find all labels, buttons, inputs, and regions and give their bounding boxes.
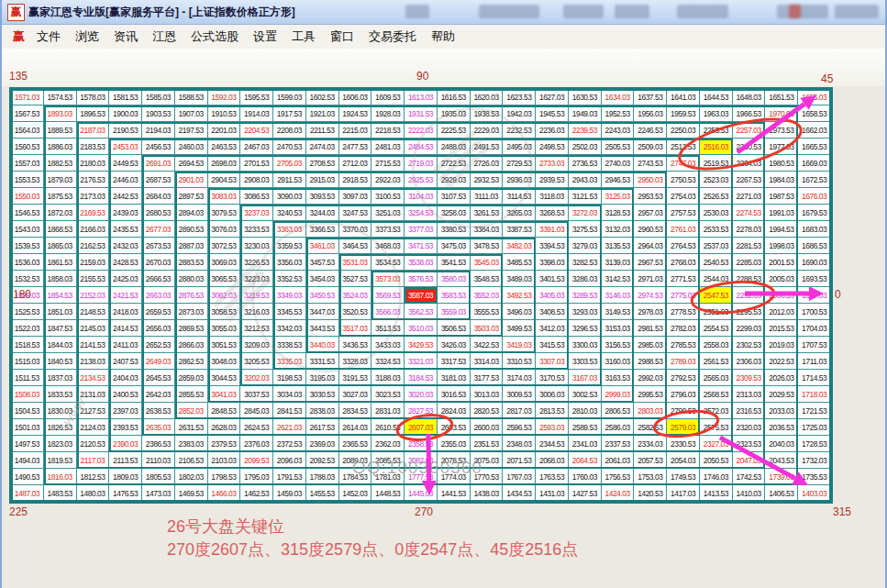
price-cell[interactable]: 2148.53 bbox=[77, 304, 110, 320]
price-cell[interactable]: 2617.53 bbox=[306, 419, 339, 436]
price-cell[interactable]: 2827.53 bbox=[405, 403, 438, 419]
price-cell[interactable]: 3552.03 bbox=[471, 287, 504, 304]
price-cell[interactable]: 1777.53 bbox=[405, 469, 438, 485]
price-cell[interactable]: 2845.03 bbox=[240, 403, 273, 419]
price-cell[interactable]: 3489.03 bbox=[503, 271, 536, 287]
price-cell[interactable]: 2887.03 bbox=[175, 238, 208, 254]
price-cell[interactable]: 1973.53 bbox=[765, 122, 798, 139]
price-cell[interactable]: 2075.03 bbox=[471, 452, 504, 469]
price-cell[interactable]: 3464.53 bbox=[339, 238, 372, 254]
price-cell[interactable]: 3359.53 bbox=[273, 238, 306, 254]
price-cell[interactable]: 3275.53 bbox=[569, 221, 602, 238]
price-cell[interactable]: 2061.03 bbox=[602, 452, 635, 469]
price-cell[interactable]: 2187.03 bbox=[77, 122, 110, 139]
price-cell[interactable]: 2120.53 bbox=[77, 436, 110, 452]
price-cell[interactable]: 1462.53 bbox=[240, 485, 273, 502]
price-cell[interactable]: 3324.53 bbox=[371, 353, 405, 370]
price-cell[interactable]: 1767.03 bbox=[503, 469, 536, 485]
price-cell[interactable]: 3356.03 bbox=[273, 254, 306, 271]
price-cell[interactable]: 2733.03 bbox=[536, 155, 569, 172]
price-cell[interactable]: 2869.53 bbox=[175, 320, 208, 337]
price-cell[interactable]: 2936.03 bbox=[503, 172, 536, 188]
price-cell[interactable]: 2166.03 bbox=[77, 221, 110, 238]
price-cell[interactable]: 1683.03 bbox=[798, 221, 831, 238]
price-cell[interactable]: 3429.53 bbox=[405, 337, 438, 353]
price-cell[interactable]: 1914.03 bbox=[240, 105, 273, 122]
price-cell[interactable]: 2901.03 bbox=[175, 172, 208, 188]
price-cell[interactable]: 2894.03 bbox=[175, 205, 208, 221]
price-cell[interactable]: 1459.03 bbox=[273, 485, 306, 502]
price-cell[interactable]: 2313.03 bbox=[733, 386, 766, 403]
price-cell[interactable]: 3107.53 bbox=[438, 188, 471, 205]
price-cell[interactable]: 1963.03 bbox=[700, 105, 733, 122]
price-cell[interactable]: 3034.03 bbox=[273, 386, 306, 403]
price-cell[interactable]: 2439.03 bbox=[109, 205, 142, 221]
price-cell[interactable]: 1585.03 bbox=[142, 89, 175, 105]
price-cell[interactable]: 1858.03 bbox=[44, 271, 77, 287]
price-cell[interactable]: 3440.03 bbox=[306, 337, 339, 353]
price-cell[interactable]: 2344.53 bbox=[536, 436, 569, 452]
price-cell[interactable]: 3555.53 bbox=[471, 304, 504, 320]
price-cell[interactable]: 2005.03 bbox=[765, 271, 798, 287]
price-cell[interactable]: 3370.03 bbox=[339, 221, 372, 238]
price-cell[interactable]: 1676.03 bbox=[798, 188, 831, 205]
price-cell[interactable]: 1970.03 bbox=[765, 105, 798, 122]
price-cell[interactable]: 2215.03 bbox=[339, 122, 372, 139]
price-cell[interactable]: 2001.53 bbox=[765, 254, 798, 271]
price-cell[interactable]: 2096.03 bbox=[273, 452, 306, 469]
price-cell[interactable]: 1403.03 bbox=[798, 485, 831, 502]
price-cell[interactable]: 3387.53 bbox=[503, 221, 536, 238]
price-cell[interactable]: 3562.53 bbox=[405, 304, 438, 320]
price-cell[interactable]: 1865.03 bbox=[44, 238, 77, 254]
price-cell[interactable]: 3534.53 bbox=[371, 254, 405, 271]
price-cell[interactable]: 2218.53 bbox=[371, 122, 405, 139]
price-cell[interactable]: 2484.53 bbox=[405, 139, 438, 155]
price-cell[interactable]: 2880.03 bbox=[175, 271, 208, 287]
price-cell[interactable]: 2365.53 bbox=[339, 436, 372, 452]
price-cell[interactable]: 1851.03 bbox=[44, 304, 77, 320]
price-cell[interactable]: 3303.53 bbox=[569, 353, 602, 370]
price-cell[interactable]: 1966.53 bbox=[733, 105, 766, 122]
price-cell[interactable]: 2551.03 bbox=[700, 304, 733, 320]
price-cell[interactable]: 1739.03 bbox=[765, 469, 798, 485]
price-cell[interactable]: 1438.03 bbox=[471, 485, 504, 502]
price-cell[interactable]: 1620.03 bbox=[471, 89, 504, 105]
price-cell[interactable]: 1924.53 bbox=[339, 105, 372, 122]
price-cell[interactable]: 1662.03 bbox=[798, 122, 831, 139]
price-cell[interactable]: 2985.03 bbox=[634, 337, 667, 353]
price-cell[interactable]: 2222.03 bbox=[405, 122, 438, 139]
price-cell[interactable]: 3132.03 bbox=[602, 221, 635, 238]
price-cell[interactable]: 2897.53 bbox=[175, 188, 208, 205]
price-cell[interactable]: 1494.03 bbox=[11, 452, 44, 469]
price-cell[interactable]: 3104.03 bbox=[405, 188, 438, 205]
price-cell[interactable]: 2106.53 bbox=[175, 452, 208, 469]
price-cell[interactable]: 2782.03 bbox=[667, 320, 700, 337]
price-cell[interactable]: 3475.03 bbox=[438, 238, 471, 254]
price-cell[interactable]: 2264.03 bbox=[733, 155, 766, 172]
price-cell[interactable]: 3349.03 bbox=[273, 287, 306, 304]
price-cell[interactable]: 2652.53 bbox=[142, 337, 175, 353]
price-cell[interactable]: 3548.53 bbox=[471, 271, 504, 287]
price-cell[interactable]: 3090.03 bbox=[273, 188, 306, 205]
price-cell[interactable]: 2610.53 bbox=[371, 419, 405, 436]
price-cell[interactable]: 1469.53 bbox=[175, 485, 208, 502]
price-cell[interactable]: 3405.03 bbox=[536, 287, 569, 304]
price-cell[interactable]: 3517.03 bbox=[339, 320, 372, 337]
price-cell[interactable]: 3457.53 bbox=[306, 254, 339, 271]
price-cell[interactable]: 2771.53 bbox=[667, 271, 700, 287]
price-cell[interactable]: 2803.03 bbox=[634, 403, 667, 419]
price-cell[interactable]: 2400.53 bbox=[109, 386, 142, 403]
price-cell[interactable]: 3422.53 bbox=[471, 337, 504, 353]
price-cell[interactable]: 2561.53 bbox=[700, 353, 733, 370]
price-cell[interactable]: 2631.53 bbox=[175, 419, 208, 436]
price-cell[interactable]: 1984.03 bbox=[765, 172, 798, 188]
price-cell[interactable]: 3342.03 bbox=[273, 320, 306, 337]
price-cell[interactable]: 2250.03 bbox=[667, 122, 700, 139]
price-cell[interactable]: 3524.03 bbox=[339, 287, 372, 304]
price-cell[interactable]: 2572.03 bbox=[700, 403, 733, 419]
price-cell[interactable]: 1791.53 bbox=[273, 469, 306, 485]
price-cell[interactable]: 3027.03 bbox=[339, 386, 372, 403]
price-cell[interactable]: 2789.03 bbox=[667, 353, 700, 370]
price-cell[interactable]: 2593.03 bbox=[536, 419, 569, 436]
price-cell[interactable]: 2820.53 bbox=[471, 403, 504, 419]
